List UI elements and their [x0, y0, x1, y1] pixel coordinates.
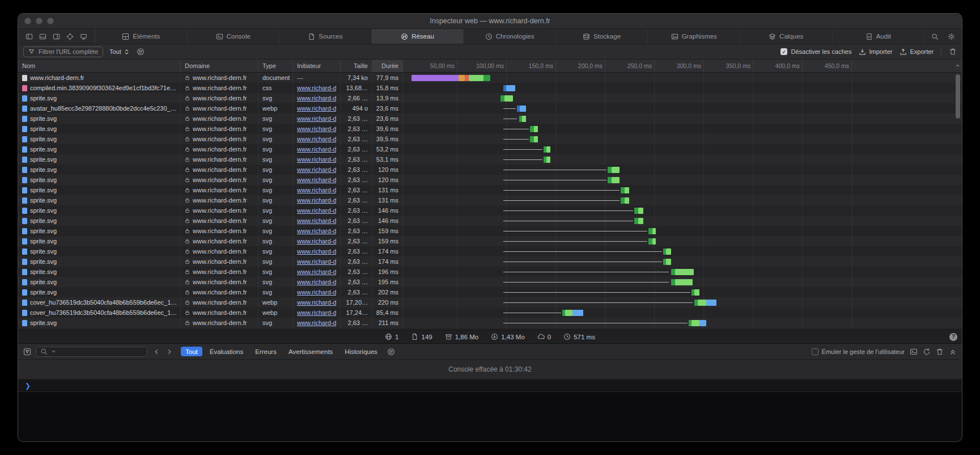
emulate-user-gesture-control[interactable]: Émuler le geste de l'utilisateur: [812, 348, 905, 355]
dock-bottom-icon[interactable]: [39, 33, 46, 40]
disable-caches-control[interactable]: ✓ Désactiver les caches: [780, 48, 851, 55]
console-search[interactable]: [36, 347, 147, 357]
search-icon[interactable]: [931, 33, 939, 40]
table-row[interactable]: sprite.svgwww.richard-dern.frsvgwww.rich…: [18, 113, 962, 124]
table-row[interactable]: compiled.min.38390909f303624ed9e1cf1bd3f…: [18, 83, 962, 93]
initiator-link[interactable]: www.richard-d…: [297, 176, 336, 183]
initiator-link[interactable]: www.richard-d…: [297, 238, 336, 245]
console-scope-1[interactable]: Évaluations: [205, 347, 248, 356]
table-row[interactable]: sprite.svgwww.richard-dern.frsvgwww.rich…: [18, 195, 962, 205]
table-row[interactable]: sprite.svgwww.richard-dern.frsvgwww.rich…: [18, 165, 962, 175]
initiator-link[interactable]: www.richard-d…: [297, 105, 336, 112]
collapse-console-icon[interactable]: [949, 348, 957, 356]
resource-type-select[interactable]: Tout: [109, 48, 130, 56]
table-row[interactable]: sprite.svgwww.richard-dern.frsvgwww.rich…: [18, 154, 962, 165]
tab-sources[interactable]: Sources: [279, 29, 372, 44]
initiator-link[interactable]: www.richard-d…: [297, 217, 336, 224]
table-row[interactable]: sprite.svgwww.richard-dern.frsvgwww.rich…: [18, 185, 962, 195]
console-scope-2[interactable]: Erreurs: [251, 347, 281, 356]
table-row[interactable]: sprite.svgwww.richard-dern.frsvgwww.rich…: [18, 216, 962, 226]
history-back-icon[interactable]: [152, 348, 160, 356]
help-icon[interactable]: ?: [949, 333, 957, 341]
initiator-link[interactable]: www.richard-d…: [297, 258, 336, 265]
export-button[interactable]: Exporter: [900, 48, 934, 56]
table-row[interactable]: sprite.svgwww.richard-dern.frsvgwww.rich…: [18, 93, 962, 103]
initiator-link[interactable]: www.richard-d…: [297, 197, 336, 204]
initiator-link[interactable]: www.richard-d…: [297, 207, 336, 214]
column-header-nom[interactable]: Nom: [18, 60, 181, 72]
console-scope-3[interactable]: Avertissements: [284, 347, 337, 356]
column-header-initiateur[interactable]: Initiateur: [293, 60, 341, 72]
tab-layers[interactable]: Calques: [740, 29, 833, 44]
initiator-link[interactable]: www.richard-d…: [297, 279, 336, 285]
console-search-input[interactable]: [60, 348, 139, 355]
search-options-caret-icon[interactable]: [50, 348, 57, 355]
tab-graphics[interactable]: Graphismes: [648, 29, 740, 44]
clear-network-icon[interactable]: [949, 48, 957, 56]
table-row[interactable]: sprite.svgwww.richard-dern.frsvgwww.rich…: [18, 134, 962, 144]
console-filter-icon[interactable]: [23, 348, 31, 356]
initiator-link[interactable]: www.richard-d…: [297, 187, 336, 193]
message-sources-icon[interactable]: [387, 348, 395, 356]
table-row[interactable]: sprite.svgwww.richard-dern.frsvgwww.rich…: [18, 287, 962, 297]
tab-timelines[interactable]: Chronologies: [464, 29, 556, 44]
scroll-up-icon[interactable]: [954, 62, 961, 69]
initiator-link[interactable]: www.richard-d…: [297, 289, 336, 296]
table-row[interactable]: sprite.svgwww.richard-dern.frsvgwww.rich…: [18, 175, 962, 185]
initiator-link[interactable]: www.richard-d…: [297, 85, 336, 91]
element-picker-icon[interactable]: [66, 33, 74, 40]
table-row[interactable]: sprite.svgwww.richard-dern.frsvgwww.rich…: [18, 226, 962, 236]
tab-storage[interactable]: Stockage: [556, 29, 648, 44]
console-pane-icon[interactable]: [910, 348, 918, 356]
initiator-link[interactable]: www.richard-d…: [297, 125, 336, 132]
zoom-button[interactable]: [47, 18, 54, 24]
history-forward-icon[interactable]: [166, 348, 173, 356]
table-row[interactable]: sprite.svgwww.richard-dern.frsvgwww.rich…: [18, 144, 962, 154]
initiator-link[interactable]: www.richard-d…: [297, 136, 336, 142]
initiator-link[interactable]: www.richard-d…: [297, 146, 336, 153]
initiator-link[interactable]: www.richard-d…: [297, 156, 336, 163]
close-button[interactable]: [24, 18, 31, 24]
other-filters-icon[interactable]: [137, 48, 145, 56]
console-empty-area[interactable]: [18, 392, 962, 441]
table-row[interactable]: cover_hu736519dc3b5040cfa48b6b559b6de6ec…: [18, 307, 962, 318]
column-header-taille[interactable]: Taille: [341, 60, 372, 72]
initiator-link[interactable]: www.richard-d…: [297, 248, 336, 255]
initiator-link[interactable]: www.richard-d…: [297, 299, 336, 306]
import-button[interactable]: Importer: [859, 48, 892, 56]
table-row[interactable]: sprite.svgwww.richard-dern.frsvgwww.rich…: [18, 246, 962, 256]
dock-right-icon[interactable]: [53, 33, 60, 40]
initiator-link[interactable]: www.richard-d…: [297, 268, 336, 275]
table-row[interactable]: sprite.svgwww.richard-dern.frsvgwww.rich…: [18, 236, 962, 246]
tab-console[interactable]: Console: [188, 29, 280, 44]
disable-caches-checkbox[interactable]: ✓: [780, 48, 787, 55]
initiator-link[interactable]: www.richard-d…: [297, 228, 336, 234]
table-row[interactable]: sprite.svgwww.richard-dern.frsvgwww.rich…: [18, 256, 962, 267]
tab-elements[interactable]: Éléments: [95, 29, 188, 44]
initiator-link[interactable]: www.richard-d…: [297, 309, 336, 316]
column-header-type[interactable]: Type: [258, 60, 293, 72]
scrollbar-thumb[interactable]: [956, 74, 960, 119]
table-row[interactable]: avatar_hu85ecc3e298728880b0bde2dcc4e5c23…: [18, 103, 962, 113]
table-row[interactable]: sprite.svgwww.richard-dern.frsvgwww.rich…: [18, 267, 962, 277]
device-icon[interactable]: [80, 33, 87, 40]
table-row[interactable]: www.richard-dern.frwww.richard-dern.frdo…: [18, 73, 962, 83]
table-row[interactable]: sprite.svgwww.richard-dern.frsvgwww.rich…: [18, 277, 962, 287]
console-prompt-row[interactable]: ❯: [18, 380, 962, 392]
initiator-link[interactable]: www.richard-d…: [297, 319, 336, 326]
initiator-link[interactable]: www.richard-d…: [297, 115, 336, 122]
console-scope-4[interactable]: Historiques: [340, 347, 382, 356]
initiator-link[interactable]: www.richard-d…: [297, 95, 336, 102]
console-scope-0[interactable]: Tout: [181, 347, 202, 356]
clear-console-icon[interactable]: [936, 348, 944, 356]
column-header-duree[interactable]: Durée: [372, 60, 403, 72]
dock-left-icon[interactable]: [26, 33, 33, 40]
minimize-button[interactable]: [36, 18, 43, 24]
column-header-domaine[interactable]: Domaine: [181, 60, 258, 72]
initiator-link[interactable]: www.richard-d…: [297, 166, 336, 173]
url-filter-field[interactable]: Filtrer l'URL complète: [23, 47, 103, 57]
table-row[interactable]: sprite.svgwww.richard-dern.frsvgwww.rich…: [18, 318, 962, 328]
tab-audit[interactable]: Audit: [833, 29, 925, 44]
settings-icon[interactable]: [948, 33, 955, 40]
emulate-checkbox[interactable]: [812, 348, 818, 355]
